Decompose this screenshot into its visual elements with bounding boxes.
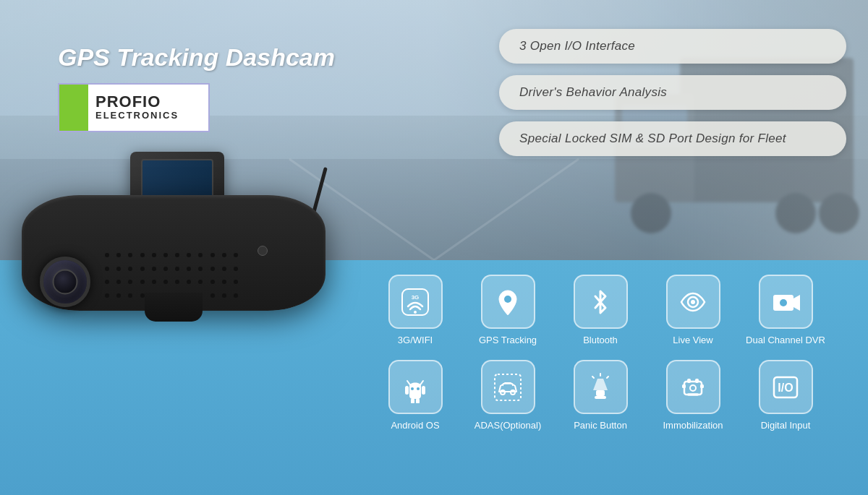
icon-item-bluetooth: Blutooth [561,275,640,345]
svg-rect-36 [687,379,691,383]
svg-point-15 [691,300,695,304]
android-icon [399,371,431,403]
svg-line-22 [420,381,423,386]
icon-label-bluetooth: Blutooth [583,335,618,345]
icon-box-android [388,360,443,414]
icon-item-panic: Panic Button [561,360,640,431]
icon-item-adas: ADAS(Optional) [468,360,548,431]
svg-text:I/O: I/O [778,382,793,394]
svg-rect-41 [687,393,699,396]
svg-text:3G: 3G [412,294,420,301]
icon-item-io: I/O Digital Input [746,360,825,431]
icon-item-dvr: Dual Channel DVR [746,275,825,345]
svg-point-40 [690,385,696,391]
3gwifi-icon: 3G [399,286,431,318]
gps-icon [492,286,524,318]
svg-line-33 [592,376,594,378]
icon-box-liveview [666,275,720,329]
icon-item-immob: Immobilization [653,360,733,431]
icon-label-gps: GPS Tracking [479,335,537,345]
icon-box-immob [666,360,720,414]
logo-name-bottom: ELECTRONICS [95,110,179,121]
logo-name-top: PROFIO [95,94,179,110]
icon-item-android: Android OS [375,360,455,431]
svg-rect-38 [682,384,686,388]
feature-pill-sim: Special Locked SIM & SD Port Design for … [499,121,846,156]
io-icon: I/O [770,371,801,403]
svg-rect-39 [700,384,704,388]
icon-label-liveview: Live View [673,335,712,345]
icon-item-3gwifi: 3G 3G/WIFI [375,275,455,345]
icon-item-gps: GPS Tracking [468,275,548,345]
svg-rect-23 [405,386,409,395]
icon-box-gps [481,275,535,329]
product-title: GPS Tracking Dashcam [58,43,347,72]
svg-point-20 [417,387,420,390]
engine-icon [677,371,709,403]
svg-rect-24 [422,386,425,395]
svg-point-12 [414,311,417,314]
adas-icon [492,371,524,403]
icon-box-bluetooth [574,275,628,329]
icon-label-dvr: Dual Channel DVR [746,335,825,345]
logo-green-accent [59,85,88,131]
brand-logo: PROFIO ELECTRONICS [58,83,210,132]
svg-point-8 [775,193,816,233]
svg-rect-31 [595,396,606,399]
icon-box-panic [574,360,628,414]
icon-box-dvr [759,275,813,329]
icon-box-io: I/O [759,360,813,414]
bluetooth-icon [584,286,616,318]
icons-section: 3G 3G/WIFI GPS Tracking [354,275,846,445]
feature-pill-io: 3 Open I/O Interface [499,29,846,64]
eye-icon [677,286,709,318]
left-panel: GPS Tracking Dashcam PROFIO ELECTRONICS [58,43,347,132]
svg-point-18 [780,299,787,306]
icon-box-3gwifi: 3G [388,275,443,329]
icon-label-adas: ADAS(Optional) [475,420,541,431]
panic-icon [584,371,616,403]
svg-rect-27 [495,374,521,400]
features-panel: 3 Open I/O Interface Driver's Behavior A… [499,29,846,156]
svg-line-21 [407,381,411,386]
svg-rect-26 [416,398,420,403]
svg-rect-25 [411,398,414,403]
icon-item-liveview: Live View [653,275,733,345]
svg-point-13 [504,296,511,303]
svg-rect-37 [695,379,699,383]
product-image [0,94,398,397]
icon-label-panic: Panic Button [574,420,627,431]
svg-line-34 [607,376,608,378]
icon-label-3gwifi: 3G/WIFI [398,335,433,345]
svg-point-19 [411,387,414,390]
feature-pill-behavior: Driver's Behavior Analysis [499,75,846,110]
svg-rect-35 [684,382,702,395]
svg-point-9 [819,193,859,233]
svg-marker-17 [793,295,800,311]
svg-rect-30 [596,390,605,396]
icon-box-adas [481,360,535,414]
icon-label-io: Digital Input [761,420,811,431]
svg-point-7 [631,193,671,233]
icons-row-2: Android OS ADAS(Optional) [354,360,846,431]
icon-label-android: Android OS [391,420,439,431]
icon-label-immob: Immobilization [663,420,723,431]
icons-row-1: 3G 3G/WIFI GPS Tracking [354,275,846,345]
camera-icon [770,286,801,318]
